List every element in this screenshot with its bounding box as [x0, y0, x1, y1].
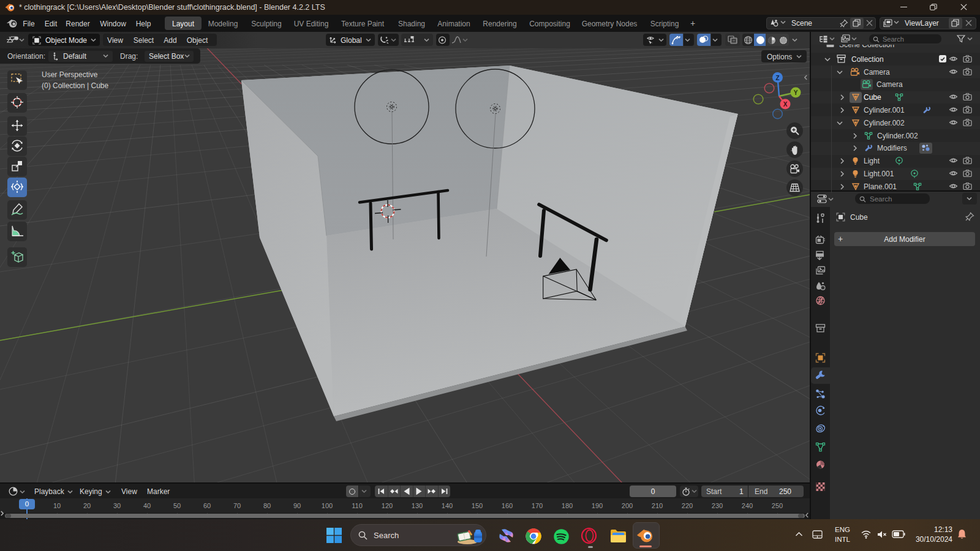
- svg-text:Z: Z: [775, 75, 779, 81]
- svg-text:Y: Y: [794, 89, 798, 96]
- svg-text:X: X: [783, 101, 788, 108]
